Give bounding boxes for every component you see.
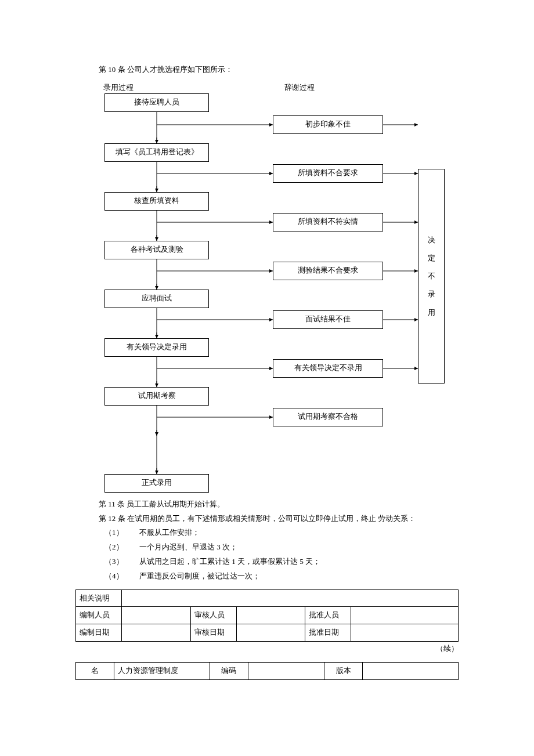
list-item-3: （3） 从试用之日起，旷工累计达 1 天，或事假累计达 5 天； (104, 556, 464, 568)
t1-r3c6 (351, 624, 459, 642)
t2-c1: 名 (76, 662, 114, 679)
t1-r3c4 (236, 624, 305, 642)
article-10: 第 10 条 公司人才挑选程序如下图所示： (99, 64, 464, 76)
flow-big-text: 决 定 不 录 用 (428, 231, 435, 321)
article-11: 第 11 条 员工工龄从试用期开始计算。 (99, 498, 464, 511)
flow-box-decide-not-hire: 决 定 不 录 用 (418, 169, 445, 384)
t1-r3c2 (122, 624, 191, 642)
flow-box-test-fail: 测验结果不合要求 (273, 262, 383, 280)
flow-box-interview: 应聘面试 (104, 290, 209, 308)
t1-r2c5: 批准人员 (305, 607, 351, 624)
t1-r2c1: 编制人员 (76, 607, 122, 624)
list-num-1: （1） (104, 527, 139, 539)
t1-r3c5: 批准日期 (305, 624, 351, 642)
list-item-2: （2） 一个月内迟到、早退达 3 次； (104, 541, 464, 554)
flow-box-tests: 各种考试及测验 (104, 241, 209, 259)
t2-c6 (363, 662, 459, 679)
flow-box-data-not-true: 所填资料不符实情 (273, 213, 383, 231)
t2-c3: 编码 (210, 662, 248, 679)
t1-r2c3: 审核人员 (190, 607, 236, 624)
flowchart: 录用过程 辞谢过程 (75, 82, 459, 488)
list-txt-4: 严重违反公司制度，被记过达一次； (139, 570, 260, 583)
t1-r1c1: 相关说明 (76, 589, 122, 607)
flow-box-trial-period: 试用期考察 (104, 387, 209, 406)
info-table-1: 相关说明 编制人员 审核人员 批准人员 编制日期 审核日期 批准日期 (75, 589, 459, 642)
article-12: 第 12 条 在试用期的员工，有下述情形或相关情形时，公司可以立即停止试用，终止… (99, 513, 464, 525)
list-txt-1: 不服从工作安排； (139, 527, 200, 539)
flow-box-hire: 正式录用 (104, 474, 209, 493)
flow-box-interview-fail: 面试结果不佳 (273, 310, 383, 329)
t1-r2c4 (236, 607, 305, 624)
list-item-1: （1） 不服从工作安排； (104, 527, 464, 539)
info-table-2: 名 人力资源管理制度 编码 版本 (75, 662, 459, 680)
list-num-3: （3） (104, 556, 139, 568)
flow-box-reception: 接待应聘人员 (104, 93, 209, 112)
t1-r3c1: 编制日期 (76, 624, 122, 642)
continue-label: （续） (75, 643, 459, 655)
list-txt-2: 一个月内迟到、早退达 3 次； (139, 541, 237, 554)
flow-box-fill-form: 填写《员工聘用登记表》 (104, 143, 209, 162)
flow-box-trial-fail: 试用期考察不合格 (273, 408, 383, 426)
list-num-2: （2） (104, 541, 139, 554)
flow-box-data-not-meet: 所填资料不合要求 (273, 164, 383, 183)
list-item-4: （4） 严重违反公司制度，被记过达一次； (104, 570, 464, 583)
t1-r2c6 (351, 607, 459, 624)
list-txt-3: 从试用之日起，旷工累计达 1 天，或事假累计达 5 天； (139, 556, 320, 568)
flow-box-leader-reject: 有关领导决定不录用 (273, 359, 383, 378)
t2-c5: 版本 (324, 662, 363, 679)
flow-box-leader-decision: 有关领导决定录用 (104, 338, 209, 357)
list-num-4: （4） (104, 570, 139, 583)
t2-c2: 人力资源管理制度 (114, 662, 210, 679)
t2-c4 (248, 662, 324, 679)
flow-box-bad-impression: 初步印象不佳 (273, 115, 383, 134)
t1-r1c2 (122, 589, 459, 607)
flow-lines (75, 82, 459, 488)
flow-box-check-data: 核查所填资料 (104, 192, 209, 211)
t1-r3c3: 审核日期 (190, 624, 236, 642)
t1-r2c2 (122, 607, 191, 624)
